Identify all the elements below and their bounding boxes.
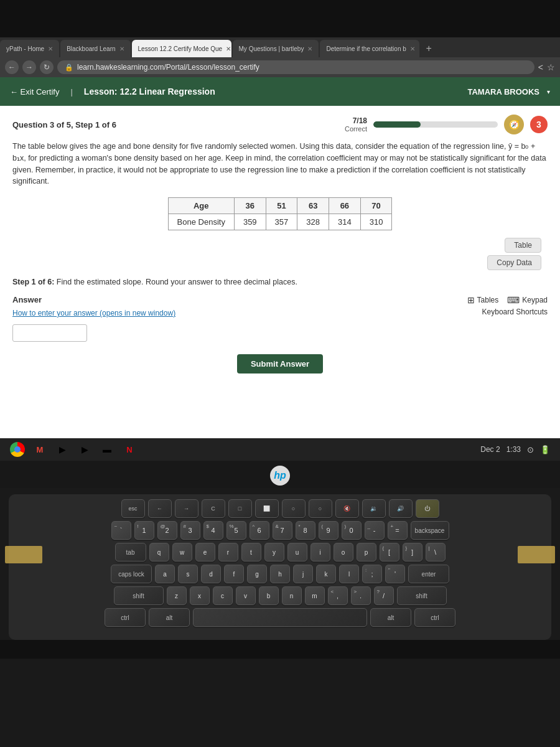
taskbar-drive-icon[interactable]: ▶ — [55, 442, 70, 457]
bookmark-icon[interactable]: ☆ — [547, 62, 555, 72]
key-space[interactable] — [193, 608, 367, 627]
taskbar-youtube-icon[interactable]: ▶ — [77, 442, 92, 457]
refresh-button[interactable]: ↻ — [40, 60, 54, 74]
key-windows[interactable]: ⬜ — [255, 499, 279, 518]
key-bright-down[interactable]: ○ — [282, 499, 306, 518]
key-vol-up[interactable]: 🔊 — [389, 499, 413, 518]
key-equals[interactable]: += — [388, 521, 408, 540]
taskbar-dark-icon[interactable]: ▬ — [100, 442, 114, 457]
key-k[interactable]: k — [316, 565, 336, 583]
key-alt-left[interactable]: alt — [149, 608, 190, 627]
key-h[interactable]: h — [270, 565, 290, 583]
key-b[interactable]: b — [259, 586, 279, 605]
key-fwd[interactable]: → — [175, 499, 198, 518]
key-semicolon[interactable]: :; — [362, 565, 382, 583]
key-r[interactable]: r — [218, 543, 238, 561]
key-lbracket[interactable]: {[ — [380, 543, 399, 561]
submit-answer-button[interactable]: Submit Answer — [237, 354, 323, 374]
key-minus[interactable]: _- — [365, 521, 385, 540]
key-i[interactable]: i — [310, 543, 330, 561]
key-o[interactable]: o — [334, 543, 353, 561]
key-4[interactable]: $4 — [203, 521, 223, 540]
tab-close-bartleby[interactable]: ✕ — [307, 45, 312, 52]
key-back[interactable]: ← — [148, 499, 172, 518]
taskbar-netflix-icon[interactable]: N — [122, 442, 137, 457]
key-tilde[interactable]: ~` — [111, 521, 131, 540]
key-l[interactable]: l — [339, 565, 359, 583]
tab-bartleby[interactable]: My Questions | bartleby ✕ — [233, 40, 319, 57]
key-backspace[interactable]: backspace — [411, 521, 449, 540]
key-z[interactable]: z — [167, 586, 187, 605]
key-3[interactable]: #3 — [180, 521, 200, 540]
key-fullscreen[interactable]: □ — [228, 499, 252, 518]
key-refresh[interactable]: C — [202, 499, 225, 518]
key-q[interactable]: q — [149, 543, 169, 561]
key-e[interactable]: e — [195, 543, 215, 561]
tab-correlation[interactable]: Determine if the correlation b ✕ — [320, 40, 419, 57]
tab-close-ypath[interactable]: ✕ — [48, 45, 53, 52]
tab-close-blackboard[interactable]: ✕ — [119, 45, 124, 52]
key-ctrl-right[interactable]: ctrl — [414, 608, 455, 627]
key-2[interactable]: @2 — [157, 521, 177, 540]
address-field[interactable]: 🔒 learn.hawkeslearning.com/Portal/Lesson… — [57, 60, 534, 74]
key-s[interactable]: s — [178, 565, 198, 583]
key-6[interactable]: ^6 — [250, 521, 269, 540]
tab-new[interactable]: + — [421, 40, 436, 57]
table-button[interactable]: Table — [505, 238, 541, 253]
key-t[interactable]: t — [241, 543, 261, 561]
key-esc[interactable]: esc — [121, 499, 145, 518]
copy-data-button[interactable]: Copy Data — [487, 255, 541, 270]
forward-button[interactable]: → — [22, 60, 36, 74]
key-0[interactable]: )0 — [342, 521, 362, 540]
tab-close-correlation[interactable]: ✕ — [410, 45, 415, 52]
key-shift-right[interactable]: shift — [397, 586, 447, 605]
tab-close-lesson[interactable]: ✕ — [226, 45, 231, 52]
tab-blackboard[interactable]: Blackboard Learn ✕ — [60, 40, 130, 57]
exit-certify-button[interactable]: ← Exit Certify | Lesson: 12.2 Linear Reg… — [10, 87, 215, 96]
key-alt-right[interactable]: alt — [370, 608, 411, 627]
key-9[interactable]: (9 — [319, 521, 338, 540]
share-icon[interactable]: < — [538, 62, 543, 72]
key-x[interactable]: x — [190, 586, 210, 605]
key-ctrl-left[interactable]: ctrl — [105, 608, 146, 627]
tab-lesson[interactable]: Lesson 12.2 Certify Mode Que ✕ — [132, 40, 231, 57]
key-d[interactable]: d — [201, 565, 221, 583]
tab-ypath[interactable]: yPath - Home ✕ — [0, 40, 59, 57]
key-shift-left[interactable]: shift — [114, 586, 164, 605]
key-enter[interactable]: enter — [408, 565, 449, 583]
keypad-button[interactable]: ⌨ Keypad — [507, 295, 548, 305]
key-power[interactable]: ⏻ — [416, 499, 439, 518]
key-caps[interactable]: caps lock — [111, 565, 152, 583]
taskbar-gmail-icon[interactable]: M — [32, 442, 47, 457]
key-1[interactable]: !1 — [134, 521, 154, 540]
key-quote[interactable]: "' — [385, 565, 405, 583]
key-n[interactable]: n — [282, 586, 302, 605]
key-v[interactable]: v — [236, 586, 256, 605]
answer-help-link[interactable]: How to enter your answer (opens in new w… — [12, 309, 175, 317]
key-backslash[interactable]: |\ — [426, 543, 446, 561]
key-bright-up[interactable]: ○ — [309, 499, 332, 518]
key-p[interactable]: p — [357, 543, 376, 561]
back-button[interactable]: ← — [5, 60, 19, 74]
key-7[interactable]: &7 — [273, 521, 292, 540]
user-dropdown-arrow[interactable]: ▾ — [547, 88, 550, 95]
key-m[interactable]: m — [305, 586, 325, 605]
answer-input[interactable] — [12, 324, 87, 342]
key-w[interactable]: w — [172, 543, 192, 561]
key-j[interactable]: j — [293, 565, 313, 583]
keyboard-shortcuts-link[interactable]: Keyboard Shortcuts — [482, 308, 548, 316]
taskbar-chrome-icon[interactable] — [10, 442, 25, 457]
key-c[interactable]: c — [213, 586, 233, 605]
key-y[interactable]: y — [264, 543, 284, 561]
key-mute[interactable]: 🔇 — [335, 499, 359, 518]
key-u[interactable]: u — [287, 543, 307, 561]
key-a[interactable]: a — [155, 565, 175, 583]
key-slash[interactable]: ?/ — [374, 586, 394, 605]
key-comma[interactable]: <, — [328, 586, 348, 605]
key-period[interactable]: >. — [351, 586, 371, 605]
key-f[interactable]: f — [224, 565, 244, 583]
tables-button[interactable]: ⊞ Tables — [467, 295, 499, 305]
key-8[interactable]: *8 — [296, 521, 315, 540]
key-5[interactable]: %5 — [226, 521, 246, 540]
key-g[interactable]: g — [247, 565, 267, 583]
